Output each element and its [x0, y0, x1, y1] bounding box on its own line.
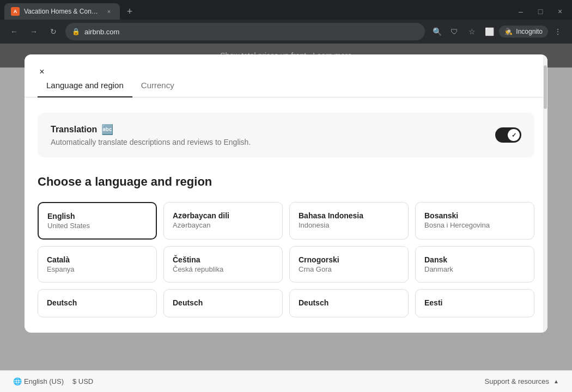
- lang-name: Deutsch: [299, 298, 399, 307]
- lang-region: United States: [47, 222, 147, 230]
- minimize-button[interactable]: –: [513, 4, 528, 19]
- shield-icon[interactable]: 🛡: [447, 24, 462, 39]
- lang-region: Azərbaycan: [173, 221, 273, 229]
- language-item[interactable]: Eesti: [415, 289, 534, 317]
- modal-dialog: × Language and region Currency Translati…: [25, 54, 547, 333]
- translation-toggle[interactable]: ✓: [495, 127, 521, 143]
- toolbar-actions: 🔍 🛡 ☆ ⬜ 🕵️ Incognito ⋮: [429, 24, 565, 39]
- translate-icon: 🔤: [101, 124, 113, 136]
- choose-section: Choose a language and region English Uni…: [38, 175, 534, 317]
- chevron-up-icon: ▲: [553, 378, 559, 384]
- modal-close-button[interactable]: ×: [33, 63, 51, 81]
- lang-name: Eesti: [424, 298, 525, 307]
- language-item[interactable]: Dansk Danmark: [415, 246, 534, 283]
- lang-region: Danmark: [424, 265, 525, 273]
- tab-favicon: A: [11, 7, 20, 16]
- back-button[interactable]: ←: [7, 24, 22, 39]
- forward-button[interactable]: →: [26, 24, 41, 39]
- modal-header: × Language and region Currency: [25, 54, 547, 97]
- language-item[interactable]: Čeština Česká republika: [163, 246, 283, 283]
- toggle-knob: ✓: [508, 129, 520, 141]
- language-item[interactable]: English United States: [38, 202, 157, 240]
- lang-name: Català: [47, 255, 148, 264]
- lang-name: Deutsch: [173, 298, 273, 307]
- incognito-button[interactable]: 🕵️ Incognito: [499, 26, 548, 38]
- lang-name: Crnogorski: [299, 255, 399, 264]
- translation-title: Translation 🔤: [51, 124, 251, 136]
- lang-name: Bosanski: [424, 211, 525, 220]
- modal-overlay: × Language and region Currency Translati…: [0, 44, 572, 392]
- bookmark-icon[interactable]: ☆: [464, 24, 479, 39]
- browser-titlebar: A Vacation Homes & Condo Rental × + – □ …: [0, 0, 572, 20]
- incognito-label: Incognito: [516, 28, 543, 35]
- language-item[interactable]: Bosanski Bosna i Hercegovina: [415, 202, 534, 240]
- address-bar[interactable]: 🔒 airbnb.com: [65, 23, 425, 40]
- currency-selector-button[interactable]: $ USD: [72, 377, 93, 385]
- support-resources-button[interactable]: Support & resources ▲: [485, 377, 559, 385]
- lang-region: Česká republika: [173, 265, 273, 273]
- scrollbar-thumb: [544, 65, 547, 109]
- translation-box: Translation 🔤 Automatically translate de…: [38, 113, 534, 157]
- bottom-bar: 🌐 English (US) $ USD Support & resources…: [0, 370, 572, 392]
- maximize-button[interactable]: □: [533, 4, 548, 19]
- section-title: Choose a language and region: [38, 175, 534, 189]
- tab-title: Vacation Homes & Condo Rental: [24, 8, 100, 15]
- page-background: Show total prices up front Learn more × …: [0, 44, 572, 392]
- lang-name: Deutsch: [47, 298, 148, 307]
- modal-body: Translation 🔤 Automatically translate de…: [25, 97, 547, 333]
- lang-region: Bosna i Hercegovina: [424, 221, 525, 229]
- language-item[interactable]: Bahasa Indonesia Indonesia: [289, 202, 409, 240]
- language-item[interactable]: Català Espanya: [38, 246, 157, 283]
- language-item[interactable]: Deutsch: [163, 289, 283, 317]
- lang-name: Čeština: [173, 255, 273, 264]
- refresh-button[interactable]: ↻: [46, 24, 61, 39]
- modal-scrollbar[interactable]: [543, 54, 547, 333]
- lang-region: Espanya: [47, 265, 148, 273]
- new-tab-button[interactable]: +: [122, 4, 137, 19]
- translation-label: Translation: [51, 125, 97, 134]
- lang-name: Bahasa Indonesia: [299, 211, 399, 220]
- menu-icon[interactable]: ⋮: [550, 24, 565, 39]
- lang-name: Dansk: [424, 255, 525, 264]
- currency-label: $ USD: [72, 377, 93, 385]
- bottom-left-actions: 🌐 English (US) $ USD: [13, 377, 93, 385]
- modal-tabs: Language and region Currency: [38, 74, 534, 97]
- language-item[interactable]: Deutsch: [38, 289, 157, 317]
- incognito-avatar: 🕵️: [504, 28, 513, 35]
- browser-chrome: A Vacation Homes & Condo Rental × + – □ …: [0, 0, 572, 44]
- close-window-button[interactable]: ×: [552, 4, 568, 19]
- tab-close-button[interactable]: ×: [105, 7, 113, 16]
- browser-toolbar: ← → ↻ 🔒 airbnb.com 🔍 🛡 ☆ ⬜ 🕵️ Incognito …: [0, 20, 572, 44]
- translation-description: Automatically translate descriptions and…: [51, 138, 251, 146]
- language-item[interactable]: Deutsch: [289, 289, 409, 317]
- address-text: airbnb.com: [84, 28, 418, 36]
- translation-info: Translation 🔤 Automatically translate de…: [51, 124, 251, 146]
- browser-tab[interactable]: A Vacation Homes & Condo Rental ×: [4, 3, 120, 20]
- language-label: English (US): [24, 377, 64, 385]
- toggle-check-icon: ✓: [512, 132, 516, 139]
- language-grid: English United States Azərbaycan dili Az…: [38, 202, 534, 317]
- language-item[interactable]: Crnogorski Crna Gora: [289, 246, 409, 283]
- support-label: Support & resources: [485, 377, 550, 385]
- search-icon[interactable]: 🔍: [429, 24, 445, 39]
- globe-icon: 🌐: [13, 377, 22, 385]
- profile-icon[interactable]: ⬜: [482, 24, 497, 39]
- lang-region: Indonesia: [299, 221, 399, 229]
- lang-region: Crna Gora: [299, 265, 399, 273]
- language-selector-button[interactable]: 🌐 English (US): [13, 377, 64, 385]
- lang-name: Azərbaycan dili: [173, 211, 273, 220]
- language-item[interactable]: Azərbaycan dili Azərbaycan: [163, 202, 283, 240]
- tab-language-and-region[interactable]: Language and region: [38, 74, 132, 97]
- lang-name: English: [47, 212, 147, 220]
- lock-icon: 🔒: [72, 28, 80, 35]
- tab-currency[interactable]: Currency: [132, 74, 183, 97]
